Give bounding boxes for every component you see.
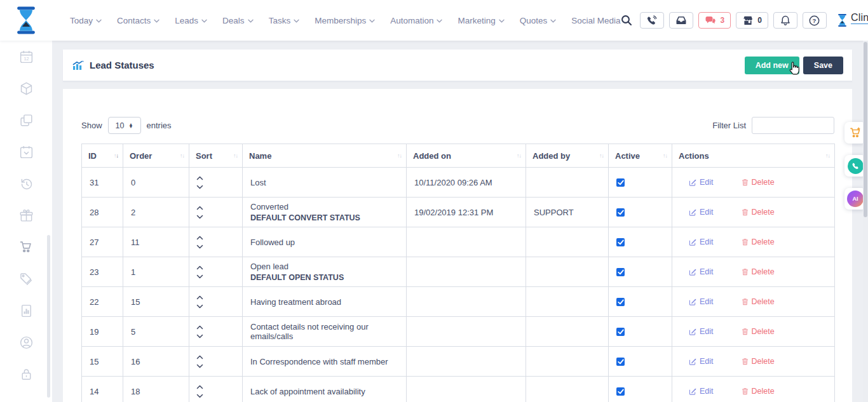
column-header-actions[interactable]: Actions ↑↓ [672,144,835,168]
history-icon[interactable] [19,177,34,191]
chevron-down-icon [437,19,442,23]
calendar-icon[interactable]: 12 [19,50,34,64]
filter-input[interactable] [752,117,834,134]
column-header-added-on[interactable]: Added on ↑↓ [407,144,526,168]
table-row: 31 0 Lost 10/11/2020 09:26 AM [82,168,835,198]
move-up-button[interactable] [196,206,204,210]
move-up-button[interactable] [196,355,204,359]
move-down-button[interactable] [196,245,204,249]
page-size-select[interactable]: 10 ▲▼ [108,117,141,134]
cart-icon[interactable] [19,240,34,255]
help-button[interactable]: ? [803,12,827,29]
move-up-button[interactable] [196,295,204,300]
cell-order: 15 [123,287,189,317]
move-up-button[interactable] [196,176,204,180]
nav-item-memberships[interactable]: Memberships [315,16,375,25]
app-logo[interactable] [14,6,38,35]
column-header-order[interactable]: Order ↑↓ [123,144,189,168]
edit-button[interactable]: Edit [689,178,714,187]
active-checkbox[interactable] [616,358,625,366]
move-up-button[interactable] [196,325,204,330]
cell-name: Lack of appointment availability [243,377,407,402]
svg-text:?: ? [813,17,817,24]
active-checkbox[interactable] [616,208,625,217]
search-icon[interactable] [621,15,632,26]
nav-item-marketing[interactable]: Marketing [458,16,504,25]
edit-button[interactable]: Edit [689,297,714,306]
move-down-button[interactable] [196,334,204,338]
trash-icon [742,328,749,335]
active-checkbox[interactable] [616,387,625,396]
package-icon[interactable] [19,81,34,96]
tags-icon[interactable] [19,272,34,286]
active-checkbox[interactable] [616,268,625,276]
move-down-button[interactable] [196,304,204,309]
store-badge: 0 [757,16,762,25]
account-icon[interactable] [19,335,34,350]
delete-button[interactable]: Delete [742,208,775,217]
active-checkbox[interactable] [616,298,625,306]
table-row: 22 15 Having treatment abroad [82,287,835,317]
nav-item-tasks[interactable]: Tasks [269,16,300,25]
save-button[interactable]: Save [803,57,843,74]
chat-button[interactable]: 3 [698,12,731,29]
sort-arrows-icon: ↑↓ [397,152,402,159]
lock-icon[interactable] [19,367,34,382]
add-new-button[interactable]: Add new [745,57,799,74]
delete-button[interactable]: Delete [742,327,775,336]
column-header-sort[interactable]: Sort ↑↓ [189,144,243,168]
nav-item-deals[interactable]: Deals [222,16,254,25]
edit-button[interactable]: Edit [689,238,714,246]
move-up-button[interactable] [196,385,204,389]
delete-button[interactable]: Delete [742,297,775,306]
delete-button[interactable]: Delete [742,387,775,396]
nav-item-social-media[interactable]: Social Media [571,16,620,25]
edit-button[interactable]: Edit [689,327,714,336]
brand-logo[interactable]: ClinicSoftware .com TEN STEPS AHEAD [837,13,868,29]
column-header-added-by[interactable]: Added by ↑↓ [526,144,609,168]
edit-button[interactable]: Edit [689,208,714,217]
move-down-button[interactable] [196,215,204,219]
active-checkbox[interactable] [616,238,625,246]
report-icon[interactable] [19,304,34,318]
edit-button[interactable]: Edit [689,267,714,276]
calendar-check-icon[interactable] [19,145,34,159]
edit-button[interactable]: Edit [689,387,714,396]
page-scrollbar-thumb[interactable] [864,42,867,217]
delete-button[interactable]: Delete [742,267,775,276]
nav-item-contacts[interactable]: Contacts [117,16,159,25]
cell-active [609,347,672,377]
notifications-button[interactable] [773,12,797,29]
inbox-button[interactable] [669,12,693,29]
active-checkbox[interactable] [616,328,625,336]
nav-item-quotes[interactable]: Quotes [520,16,557,25]
cell-actions: Edit Delete [672,257,835,287]
nav-item-automation[interactable]: Automation [390,16,442,25]
move-up-button[interactable] [196,265,204,270]
store-button[interactable]: 0 [736,12,768,29]
active-checkbox[interactable] [616,178,625,187]
delete-button[interactable]: Delete [742,178,775,187]
gift-icon[interactable] [19,208,34,223]
move-down-button[interactable] [196,364,204,368]
move-down-button[interactable] [196,274,204,279]
move-down-button[interactable] [196,394,204,398]
nav-item-leads[interactable]: Leads [175,16,207,25]
cell-added-on [407,317,526,347]
edit-label: Edit [700,178,714,187]
edit-button[interactable]: Edit [689,357,714,366]
column-header-name[interactable]: Name ↑↓ [243,144,407,168]
cell-active [609,287,672,317]
page-scrollbar-track[interactable] [863,41,868,402]
column-header-active[interactable]: Active ↑↓ [609,144,672,168]
copy-icon[interactable] [19,113,34,128]
trash-icon [742,238,749,246]
move-up-button[interactable] [196,236,204,240]
column-header-id[interactable]: ID ↑↓ [82,144,123,168]
move-down-button[interactable] [196,185,204,189]
delete-button[interactable]: Delete [742,357,775,366]
phone-button[interactable] [640,12,664,29]
delete-button[interactable]: Delete [742,238,775,246]
nav-item-today[interactable]: Today [70,16,102,25]
sidebar-scrollbar[interactable] [47,235,50,398]
